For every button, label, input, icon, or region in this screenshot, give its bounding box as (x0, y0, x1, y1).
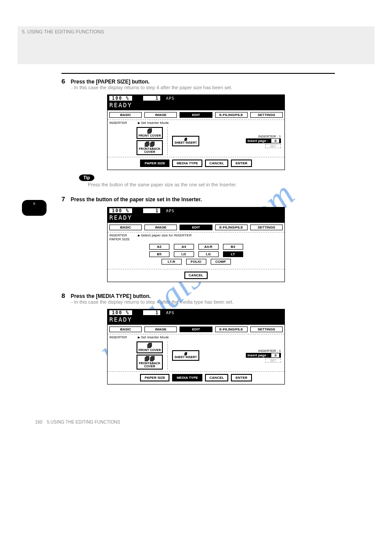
tab-basic[interactable]: BASIC (109, 225, 142, 230)
tab-e-filing-file[interactable]: E-FILING/FILE (215, 326, 248, 332)
step-6: 6 Press the [PAPER SIZE] button. - In th… (61, 77, 335, 90)
insert-page-band: Insert page : 0 (246, 353, 281, 358)
copy-count: 1 (143, 310, 160, 315)
size-ld-button[interactable]: LD (174, 251, 194, 257)
tab-settings[interactable]: SETTINGS (250, 225, 283, 230)
vertical-divider (167, 127, 168, 155)
tab-settings[interactable]: SETTINGS (250, 326, 283, 332)
size-a3-button[interactable]: A3 (149, 244, 169, 250)
aps-label: APS (166, 311, 174, 315)
insert-page-value[interactable]: 0 (271, 353, 279, 357)
lcd-panel-c: 100 % 1 APS READY BASICIMAGEEDITE-FILING… (107, 309, 285, 385)
mode-left-label: INSERTER (109, 335, 138, 339)
tab-basic[interactable]: BASIC (109, 326, 142, 332)
step-text: Press the button of the paper size set i… (71, 196, 202, 203)
lcd-panel-b: 100 % 1 APS READY BASICIMAGEEDITE-FILING… (107, 207, 285, 282)
tab-edit[interactable]: EDIT (180, 112, 212, 118)
front-back-cover-button[interactable]: 🗐🗐FRONT&BACK COVER (137, 355, 163, 370)
tab-settings[interactable]: SETTINGS (250, 112, 283, 118)
copy-count: 1 (143, 208, 160, 213)
size-b5-button[interactable]: B5 (149, 251, 169, 257)
enter-button[interactable]: ENTER (231, 374, 252, 381)
page-footer: 160 5.USING THE EDITING FUNCTIONS (18, 420, 374, 424)
step-number: 6 (61, 77, 69, 85)
panel-header: 100 % 1 APS READY (108, 207, 284, 223)
horizontal-rule (61, 73, 335, 74)
front-back-cover-button[interactable]: 🗐🗐FRONT&BACK COVER (137, 140, 163, 155)
status-ready: READY (109, 214, 283, 221)
tab-image[interactable]: IMAGE (144, 225, 177, 230)
size-a4-r-button[interactable]: A4-R (198, 244, 219, 250)
cancel-button[interactable]: CANCEL (205, 160, 228, 167)
status-ready: READY (109, 102, 283, 109)
insert-page-value[interactable]: 0 (271, 139, 279, 143)
size-lt-r-button[interactable]: LT-R (162, 259, 182, 265)
panel-header: 100 % 1 APS READY (108, 95, 284, 110)
tab-e-filing-file[interactable]: E-FILING/FILE (215, 225, 248, 230)
media-type-button[interactable]: MEDIA TYPE (172, 374, 202, 381)
size-lg-button[interactable]: LG (198, 251, 219, 257)
aps-label: APS (166, 96, 174, 101)
set-button-disabled: SET (265, 359, 281, 363)
step-number: 7 (61, 195, 69, 203)
zoom-percent: 100 % (109, 310, 132, 315)
step-number: 8 (61, 292, 69, 299)
inserter-tray-info: INSERTER : 1 (246, 349, 281, 353)
copy-count: 1 (143, 96, 160, 101)
aps-label: APS (166, 209, 174, 213)
insert-page-label: Insert page : (248, 139, 269, 143)
vertical-divider (167, 341, 168, 370)
size-folio-button[interactable]: FOLIO (186, 259, 206, 265)
size-comp-button[interactable]: COMP (211, 259, 231, 265)
size-b4-button[interactable]: B4 (223, 244, 243, 250)
front-cover-button[interactable]: 🗐FRONT COVER (137, 127, 163, 139)
mode-left-label: INSERTER PAPER SIZE (109, 233, 138, 241)
step-sub: - In this case the display returns to st… (71, 85, 335, 90)
step-text: Press the [PAPER SIZE] button. (71, 79, 150, 85)
media-type-button[interactable]: MEDIA TYPE (172, 160, 202, 167)
enter-button[interactable]: ENTER (231, 160, 252, 167)
zoom-percent: 100 % (109, 208, 132, 213)
sheet-insert-button[interactable]: 🗐SHEET INSERT (172, 136, 199, 146)
tip-text: Press the button of the same paper size … (88, 182, 374, 187)
tab-image[interactable]: IMAGE (144, 112, 177, 118)
mode-left-label: INSERTER (109, 121, 138, 125)
insert-page-label: Insert page : (248, 353, 269, 357)
lcd-panel-a: 100 % 1 APS READY BASICIMAGEEDITE-FILING… (107, 94, 285, 170)
inserter-tray-info: INSERTER : 1 (246, 134, 281, 138)
zoom-percent: 100 % (109, 96, 132, 101)
cancel-button[interactable]: CANCEL (205, 374, 228, 381)
section-header-text: 5. USING THE EDITING FUNCTIONS (22, 29, 104, 34)
cancel-button[interactable]: CANCEL (184, 272, 208, 279)
step-sub: - In this case the display returns to st… (71, 299, 335, 305)
mode-hint: Set Inserter Mode (138, 121, 169, 125)
sheet-insert-button[interactable]: 🗐SHEET INSERT (172, 350, 199, 361)
set-button-disabled: SET (265, 144, 281, 148)
mode-hint: Set Inserter Mode (138, 335, 169, 339)
status-ready: READY (109, 316, 283, 323)
tab-e-filing-file[interactable]: E-FILING/FILE (215, 112, 248, 118)
paper-size-button[interactable]: PAPER SIZE (140, 374, 169, 381)
tab-edit[interactable]: EDIT (180, 326, 212, 332)
mode-hint: Select paper size for INSERTER (138, 233, 191, 241)
tab-edit[interactable]: EDIT (180, 225, 212, 230)
tab-basic[interactable]: BASIC (109, 112, 142, 118)
front-cover-button[interactable]: 🗐FRONT COVER (137, 341, 163, 353)
tip-pill: Tip (79, 174, 94, 181)
paper-size-button[interactable]: PAPER SIZE (140, 160, 169, 167)
page-number: 160 (35, 420, 43, 424)
insert-page-band: Insert page : 0 (246, 138, 281, 143)
tab-image[interactable]: IMAGE (144, 326, 177, 332)
footer-title: 5.USING THE EDITING FUNCTIONS (47, 420, 120, 424)
section-header-bar: 5. USING THE EDITING FUNCTIONS (18, 26, 374, 64)
size-a4-button[interactable]: A4 (174, 244, 194, 250)
size-lt-button[interactable]: LT (223, 251, 243, 257)
panel-header: 100 % 1 APS READY (108, 309, 284, 325)
